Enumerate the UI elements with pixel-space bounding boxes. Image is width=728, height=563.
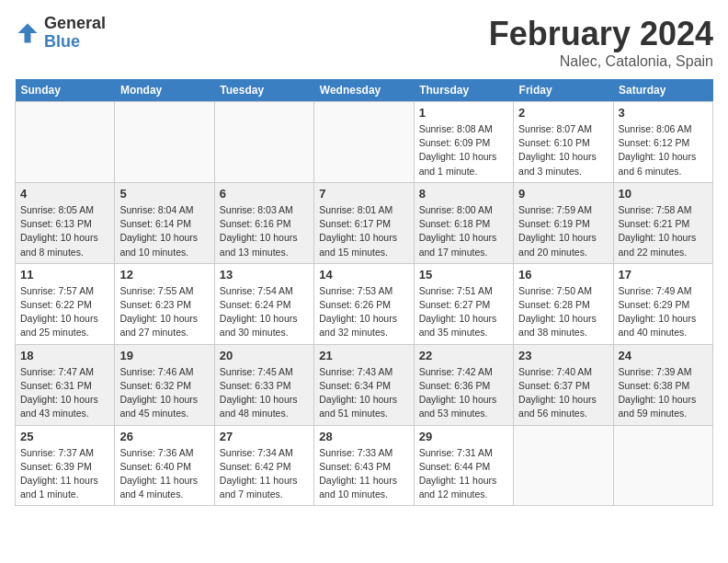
day-detail: Sunrise: 8:03 AM Sunset: 6:16 PM Dayligh…	[220, 203, 309, 259]
calendar-week-row: 4Sunrise: 8:05 AM Sunset: 6:13 PM Daylig…	[16, 182, 713, 263]
day-number: 11	[20, 268, 109, 282]
day-number: 22	[419, 349, 508, 362]
calendar-cell	[214, 102, 313, 183]
calendar-cell: 12Sunrise: 7:55 AM Sunset: 6:23 PM Dayli…	[115, 263, 214, 344]
calendar-week-row: 11Sunrise: 7:57 AM Sunset: 6:22 PM Dayli…	[16, 263, 713, 344]
logo: General Blue	[15, 15, 106, 52]
calendar-cell: 22Sunrise: 7:42 AM Sunset: 6:36 PM Dayli…	[414, 344, 513, 425]
calendar-cell: 16Sunrise: 7:50 AM Sunset: 6:28 PM Dayli…	[514, 263, 613, 344]
day-detail: Sunrise: 7:42 AM Sunset: 6:36 PM Dayligh…	[419, 365, 508, 421]
day-number: 4	[20, 187, 109, 201]
day-detail: Sunrise: 7:58 AM Sunset: 6:21 PM Dayligh…	[619, 203, 708, 259]
calendar-cell: 20Sunrise: 7:45 AM Sunset: 6:33 PM Dayli…	[214, 344, 313, 425]
day-number: 9	[518, 187, 608, 201]
calendar-cell: 11Sunrise: 7:57 AM Sunset: 6:22 PM Dayli…	[16, 263, 115, 344]
day-number: 26	[119, 430, 209, 443]
logo-blue-text: Blue	[44, 33, 106, 52]
day-number: 15	[419, 268, 508, 282]
col-header-friday: Friday	[514, 79, 613, 102]
calendar-cell	[314, 102, 414, 183]
day-detail: Sunrise: 7:43 AM Sunset: 6:34 PM Dayligh…	[319, 365, 408, 421]
col-header-wednesday: Wednesday	[314, 79, 414, 102]
calendar-cell: 23Sunrise: 7:40 AM Sunset: 6:37 PM Dayli…	[514, 344, 613, 425]
day-detail: Sunrise: 7:46 AM Sunset: 6:32 PM Dayligh…	[119, 365, 209, 421]
day-detail: Sunrise: 8:07 AM Sunset: 6:10 PM Dayligh…	[518, 122, 608, 178]
day-number: 7	[319, 187, 408, 201]
calendar-cell: 6Sunrise: 8:03 AM Sunset: 6:16 PM Daylig…	[214, 182, 313, 263]
day-detail: Sunrise: 7:45 AM Sunset: 6:33 PM Dayligh…	[220, 365, 309, 421]
calendar-cell: 18Sunrise: 7:47 AM Sunset: 6:31 PM Dayli…	[16, 344, 115, 425]
logo-general-text: General	[44, 15, 106, 33]
day-number: 23	[518, 349, 608, 362]
day-detail: Sunrise: 7:54 AM Sunset: 6:24 PM Dayligh…	[220, 284, 309, 340]
day-number: 10	[619, 187, 708, 201]
day-number: 12	[119, 268, 209, 282]
calendar-cell	[613, 425, 712, 506]
day-detail: Sunrise: 7:50 AM Sunset: 6:28 PM Dayligh…	[518, 284, 608, 340]
calendar-header-row: SundayMondayTuesdayWednesdayThursdayFrid…	[16, 79, 713, 102]
calendar-cell: 13Sunrise: 7:54 AM Sunset: 6:24 PM Dayli…	[214, 263, 313, 344]
calendar-table: SundayMondayTuesdayWednesdayThursdayFrid…	[15, 79, 713, 506]
day-number: 16	[518, 268, 608, 282]
day-detail: Sunrise: 7:39 AM Sunset: 6:38 PM Dayligh…	[619, 365, 708, 421]
day-detail: Sunrise: 7:40 AM Sunset: 6:37 PM Dayligh…	[518, 365, 608, 421]
day-number: 13	[220, 268, 309, 282]
page-header: General Blue February 2024 Nalec, Catalo…	[15, 15, 713, 70]
calendar-cell: 9Sunrise: 7:59 AM Sunset: 6:19 PM Daylig…	[514, 182, 613, 263]
logo-icon	[15, 20, 40, 46]
day-detail: Sunrise: 7:34 AM Sunset: 6:42 PM Dayligh…	[220, 446, 309, 502]
day-detail: Sunrise: 8:06 AM Sunset: 6:12 PM Dayligh…	[619, 122, 708, 178]
calendar-cell: 21Sunrise: 7:43 AM Sunset: 6:34 PM Dayli…	[314, 344, 414, 425]
col-header-monday: Monday	[115, 79, 214, 102]
logo-text: General Blue	[44, 15, 106, 52]
day-number: 6	[220, 187, 309, 201]
day-number: 2	[518, 106, 608, 120]
calendar-week-row: 18Sunrise: 7:47 AM Sunset: 6:31 PM Dayli…	[16, 344, 713, 425]
calendar-location: Nalec, Catalonia, Spain	[489, 53, 713, 70]
day-number: 19	[119, 349, 209, 362]
calendar-week-row: 25Sunrise: 7:37 AM Sunset: 6:39 PM Dayli…	[16, 425, 713, 506]
calendar-cell: 15Sunrise: 7:51 AM Sunset: 6:27 PM Dayli…	[414, 263, 513, 344]
col-header-thursday: Thursday	[414, 79, 513, 102]
day-detail: Sunrise: 8:00 AM Sunset: 6:18 PM Dayligh…	[419, 203, 508, 259]
day-number: 27	[220, 430, 309, 443]
col-header-saturday: Saturday	[613, 79, 712, 102]
day-detail: Sunrise: 7:31 AM Sunset: 6:44 PM Dayligh…	[419, 446, 508, 502]
day-detail: Sunrise: 7:53 AM Sunset: 6:26 PM Dayligh…	[319, 284, 408, 340]
day-number: 24	[619, 349, 708, 362]
calendar-week-row: 1Sunrise: 8:08 AM Sunset: 6:09 PM Daylig…	[16, 102, 713, 183]
title-block: February 2024 Nalec, Catalonia, Spain	[489, 15, 713, 70]
calendar-cell: 3Sunrise: 8:06 AM Sunset: 6:12 PM Daylig…	[613, 102, 712, 183]
day-detail: Sunrise: 8:05 AM Sunset: 6:13 PM Dayligh…	[20, 203, 109, 259]
day-number: 18	[20, 349, 109, 362]
day-number: 5	[119, 187, 209, 201]
calendar-cell: 5Sunrise: 8:04 AM Sunset: 6:14 PM Daylig…	[115, 182, 214, 263]
day-number: 29	[419, 430, 508, 443]
day-number: 3	[619, 106, 708, 120]
day-number: 17	[619, 268, 708, 282]
day-detail: Sunrise: 8:04 AM Sunset: 6:14 PM Dayligh…	[119, 203, 209, 259]
calendar-cell: 19Sunrise: 7:46 AM Sunset: 6:32 PM Dayli…	[115, 344, 214, 425]
day-detail: Sunrise: 8:01 AM Sunset: 6:17 PM Dayligh…	[319, 203, 408, 259]
calendar-cell: 14Sunrise: 7:53 AM Sunset: 6:26 PM Dayli…	[314, 263, 414, 344]
calendar-cell: 17Sunrise: 7:49 AM Sunset: 6:29 PM Dayli…	[613, 263, 712, 344]
calendar-cell: 26Sunrise: 7:36 AM Sunset: 6:40 PM Dayli…	[115, 425, 214, 506]
calendar-cell	[115, 102, 214, 183]
day-number: 8	[419, 187, 508, 201]
day-detail: Sunrise: 7:37 AM Sunset: 6:39 PM Dayligh…	[20, 446, 109, 502]
day-number: 25	[20, 430, 109, 443]
svg-marker-0	[18, 23, 38, 42]
calendar-cell	[514, 425, 613, 506]
col-header-tuesday: Tuesday	[214, 79, 313, 102]
calendar-cell: 1Sunrise: 8:08 AM Sunset: 6:09 PM Daylig…	[414, 102, 513, 183]
day-detail: Sunrise: 7:33 AM Sunset: 6:43 PM Dayligh…	[319, 446, 408, 502]
day-detail: Sunrise: 7:36 AM Sunset: 6:40 PM Dayligh…	[119, 446, 209, 502]
day-detail: Sunrise: 7:57 AM Sunset: 6:22 PM Dayligh…	[20, 284, 109, 340]
calendar-cell: 29Sunrise: 7:31 AM Sunset: 6:44 PM Dayli…	[414, 425, 513, 506]
calendar-cell: 25Sunrise: 7:37 AM Sunset: 6:39 PM Dayli…	[16, 425, 115, 506]
calendar-cell: 8Sunrise: 8:00 AM Sunset: 6:18 PM Daylig…	[414, 182, 513, 263]
day-detail: Sunrise: 7:47 AM Sunset: 6:31 PM Dayligh…	[20, 365, 109, 421]
calendar-cell: 27Sunrise: 7:34 AM Sunset: 6:42 PM Dayli…	[214, 425, 313, 506]
day-number: 1	[419, 106, 508, 120]
calendar-cell: 7Sunrise: 8:01 AM Sunset: 6:17 PM Daylig…	[314, 182, 414, 263]
